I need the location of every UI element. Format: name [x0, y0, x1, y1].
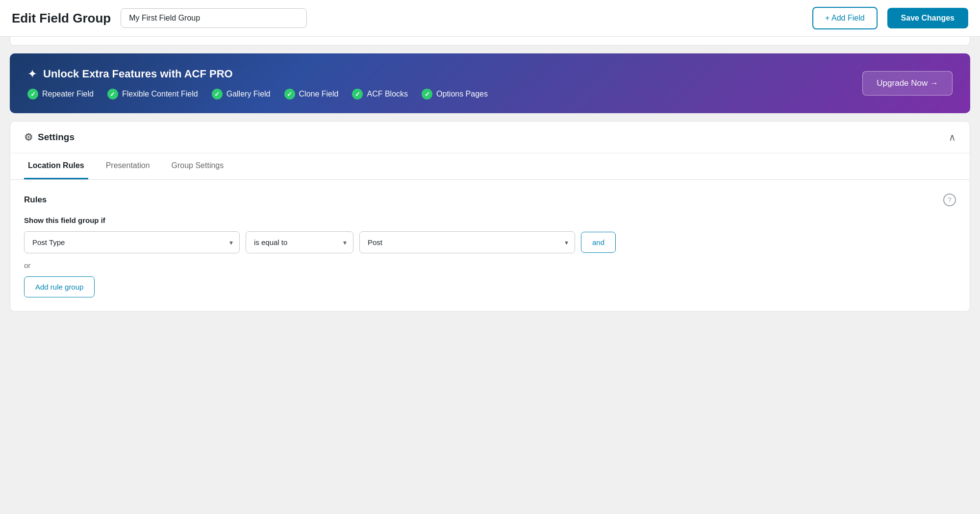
feature-repeater-label: Repeater Field — [42, 90, 94, 98]
feature-gallery-label: Gallery Field — [226, 90, 271, 98]
feature-flexible: Flexible Content Field — [107, 89, 198, 99]
check-icon-gallery — [212, 89, 223, 99]
feature-blocks: ACF Blocks — [352, 89, 408, 99]
rule-value-select[interactable]: Post Page Custom — [359, 231, 575, 253]
pro-banner-title-text: Unlock Extra Features with ACF PRO — [43, 68, 233, 80]
rule-type-wrapper: Post Type Page User ▾ — [24, 231, 240, 253]
settings-title-text: Settings — [38, 132, 75, 143]
settings-title: ⚙ Settings — [24, 131, 75, 143]
check-icon-blocks — [352, 89, 363, 99]
check-icon-clone — [284, 89, 295, 99]
feature-clone: Clone Field — [284, 89, 339, 99]
feature-clone-label: Clone Field — [299, 90, 339, 98]
page-header: Edit Field Group + Add Field Save Change… — [0, 0, 980, 37]
check-icon-repeater — [27, 89, 38, 99]
settings-tabs: Location Rules Presentation Group Settin… — [10, 153, 970, 180]
gear-icon: ⚙ — [24, 131, 33, 143]
tab-location-rules[interactable]: Location Rules — [24, 153, 88, 179]
help-icon[interactable]: ? — [943, 194, 956, 206]
rule-operator-wrapper: is equal to is not equal to ▾ — [246, 231, 353, 253]
check-icon-options — [422, 89, 432, 99]
pro-banner-title: ✦ Unlock Extra Features with ACF PRO — [27, 67, 488, 81]
or-label: or — [24, 261, 956, 269]
feature-flexible-label: Flexible Content Field — [122, 90, 198, 98]
pro-banner-left: ✦ Unlock Extra Features with ACF PRO Rep… — [27, 67, 488, 99]
rule-type-select[interactable]: Post Type Page User — [24, 231, 240, 253]
upgrade-now-button[interactable]: Upgrade Now → — [862, 71, 953, 96]
pro-banner: ✦ Unlock Extra Features with ACF PRO Rep… — [10, 53, 970, 113]
and-button[interactable]: and — [581, 232, 616, 253]
check-icon-flexible — [107, 89, 118, 99]
rule-value-wrapper: Post Page Custom ▾ — [359, 231, 575, 253]
field-group-name-input[interactable] — [121, 8, 307, 28]
rules-section: Rules ? Show this field group if Post Ty… — [10, 180, 970, 311]
show-if-label: Show this field group if — [24, 216, 956, 224]
feature-options: Options Pages — [422, 89, 488, 99]
collapse-icon[interactable]: ∧ — [949, 131, 956, 143]
partial-card — [10, 37, 970, 46]
tab-group-settings[interactable]: Group Settings — [168, 153, 228, 179]
add-rule-group-button[interactable]: Add rule group — [24, 276, 95, 297]
feature-options-label: Options Pages — [436, 90, 488, 98]
rules-label: Rules — [24, 195, 47, 205]
feature-blocks-label: ACF Blocks — [367, 90, 408, 98]
add-field-button[interactable]: + Add Field — [812, 7, 878, 29]
star-icon: ✦ — [27, 67, 37, 81]
tab-presentation[interactable]: Presentation — [102, 153, 154, 179]
save-changes-button[interactable]: Save Changes — [887, 8, 968, 28]
settings-card: ⚙ Settings ∧ Location Rules Presentation… — [10, 121, 970, 312]
rules-header: Rules ? — [24, 194, 956, 206]
rule-row: Post Type Page User ▾ is equal to is not… — [24, 231, 956, 253]
feature-gallery: Gallery Field — [212, 89, 271, 99]
feature-repeater: Repeater Field — [27, 89, 94, 99]
rule-operator-select[interactable]: is equal to is not equal to — [246, 231, 353, 253]
settings-header: ⚙ Settings ∧ — [10, 122, 970, 153]
page-title: Edit Field Group — [12, 11, 111, 26]
pro-features-list: Repeater Field Flexible Content Field Ga… — [27, 89, 488, 99]
